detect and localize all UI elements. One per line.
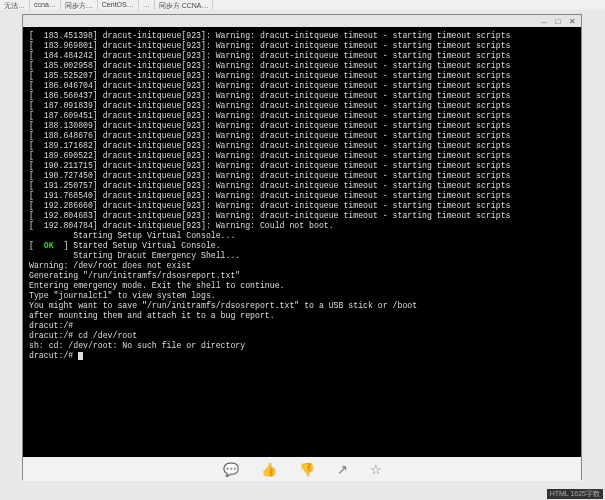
log-line: [ 185.002958] dracut-initqueue[923]: War…	[29, 61, 575, 71]
log-line: [ 190.727450] dracut-initqueue[923]: War…	[29, 171, 575, 181]
log-line: Starting Dracut Emergency Shell...	[29, 251, 575, 261]
log-line: dracut:/#	[29, 351, 575, 361]
vm-window: – □ ✕ [ 183.451398] dracut-initqueue[923…	[22, 14, 582, 480]
status-bar: HTML 1625字数	[547, 489, 603, 499]
tab[interactable]: 同步方 CCNA…	[155, 0, 214, 10]
tab[interactable]: …	[139, 0, 155, 10]
minimize-icon[interactable]: –	[539, 17, 549, 26]
browser-tabs: 无法… ccna… 同步方… CentOS… … 同步方 CCNA…	[0, 0, 605, 10]
log-line: [ 188.130809] dracut-initqueue[923]: War…	[29, 121, 575, 131]
log-line: [ 191.768540] dracut-initqueue[923]: War…	[29, 191, 575, 201]
log-line: sh: cd: /dev/root: No such file or direc…	[29, 341, 575, 351]
log-line: [ 185.525207] dracut-initqueue[923]: War…	[29, 71, 575, 81]
terminal[interactable]: [ 183.451398] dracut-initqueue[923]: War…	[23, 27, 581, 457]
tab[interactable]: 同步方…	[61, 0, 98, 10]
tab[interactable]: ccna…	[30, 0, 61, 10]
log-line: [ OK ] Started Setup Virtual Console.	[29, 241, 575, 251]
log-line: [ 192.286660] dracut-initqueue[923]: War…	[29, 201, 575, 211]
log-line: Warning: /dev/root does not exist	[29, 261, 575, 271]
log-line: [ 189.690522] dracut-initqueue[923]: War…	[29, 151, 575, 161]
log-line: [ 191.250757] dracut-initqueue[923]: War…	[29, 181, 575, 191]
share-icon[interactable]: ↗	[337, 462, 348, 477]
titlebar: – □ ✕	[23, 15, 581, 27]
log-line: [ 183.451398] dracut-initqueue[923]: War…	[29, 31, 575, 41]
log-line: [ 187.609451] dracut-initqueue[923]: War…	[29, 111, 575, 121]
cursor	[78, 352, 83, 360]
thumbs-down-icon[interactable]: 👎	[299, 462, 315, 477]
star-icon[interactable]: ☆	[370, 462, 382, 477]
tab[interactable]: 无法…	[0, 0, 30, 10]
log-line: Generating "/run/initramfs/rdsosreport.t…	[29, 271, 575, 281]
log-line: [ 184.484242] dracut-initqueue[923]: War…	[29, 51, 575, 61]
log-line: [ 189.171682] dracut-initqueue[923]: War…	[29, 141, 575, 151]
log-line: You might want to save "/run/initramfs/r…	[29, 301, 575, 311]
log-line: dracut:/#	[29, 321, 575, 331]
log-line: [ 188.648676] dracut-initqueue[923]: War…	[29, 131, 575, 141]
thumbs-up-icon[interactable]: 👍	[261, 462, 277, 477]
tab[interactable]: CentOS…	[98, 0, 139, 10]
image-toolbar: 💬 👍 👎 ↗ ☆	[23, 457, 581, 481]
log-line: [ 186.046704] dracut-initqueue[923]: War…	[29, 81, 575, 91]
log-line: [ 192.804784] dracut-initqueue[923]: War…	[29, 221, 575, 231]
close-icon[interactable]: ✕	[567, 17, 577, 26]
log-line: [ 183.969801] dracut-initqueue[923]: War…	[29, 41, 575, 51]
log-line: Type "journalctl" to view system logs.	[29, 291, 575, 301]
log-line: Starting Setup Virtual Console...	[29, 231, 575, 241]
log-line: after mounting them and attach it to a b…	[29, 311, 575, 321]
log-line: [ 187.091839] dracut-initqueue[923]: War…	[29, 101, 575, 111]
log-line: [ 186.560437] dracut-initqueue[923]: War…	[29, 91, 575, 101]
log-line: dracut:/# cd /dev/root	[29, 331, 575, 341]
maximize-icon[interactable]: □	[553, 17, 563, 26]
chat-icon[interactable]: 💬	[223, 462, 239, 477]
log-line: Entering emergency mode. Exit the shell …	[29, 281, 575, 291]
log-line: [ 190.211715] dracut-initqueue[923]: War…	[29, 161, 575, 171]
log-line: [ 192.804683] dracut-initqueue[923]: War…	[29, 211, 575, 221]
